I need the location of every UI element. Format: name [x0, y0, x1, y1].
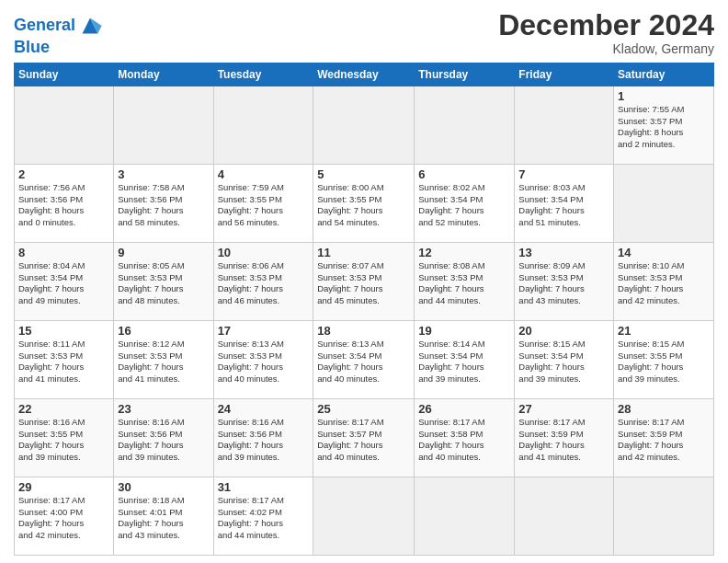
day-number: 16	[118, 324, 209, 338]
table-row: 27Sunrise: 8:17 AM Sunset: 3:59 PM Dayli…	[515, 398, 614, 477]
day-info: Sunrise: 8:17 AM Sunset: 3:59 PM Dayligh…	[518, 417, 609, 464]
table-row: 19Sunrise: 8:14 AM Sunset: 3:54 PM Dayli…	[415, 320, 515, 398]
table-row: 10Sunrise: 8:06 AM Sunset: 3:53 PM Dayli…	[213, 242, 313, 320]
day-info: Sunrise: 7:58 AM Sunset: 3:56 PM Dayligh…	[118, 182, 209, 229]
day-number: 14	[618, 246, 710, 259]
day-info: Sunrise: 8:08 AM Sunset: 3:53 PM Dayligh…	[418, 260, 510, 307]
week-row-5: 29Sunrise: 8:17 AM Sunset: 4:00 PM Dayli…	[15, 477, 714, 555]
day-info: Sunrise: 8:11 AM Sunset: 3:53 PM Dayligh…	[18, 339, 109, 385]
table-row: 24Sunrise: 8:16 AM Sunset: 3:56 PM Dayli…	[213, 398, 313, 477]
day-info: Sunrise: 8:16 AM Sunset: 3:55 PM Dayligh…	[18, 417, 109, 464]
day-info: Sunrise: 8:14 AM Sunset: 3:54 PM Dayligh…	[418, 339, 510, 385]
day-number: 26	[418, 402, 510, 416]
header-saturday: Saturday	[614, 63, 714, 86]
table-row	[515, 86, 614, 164]
table-row: 23Sunrise: 8:16 AM Sunset: 3:56 PM Dayli…	[114, 398, 213, 477]
table-row: 29Sunrise: 8:17 AM Sunset: 4:00 PM Dayli…	[15, 477, 114, 555]
day-number: 24	[218, 402, 310, 416]
day-number: 28	[618, 402, 710, 416]
day-number: 18	[317, 324, 410, 338]
week-row-1: 2Sunrise: 7:56 AM Sunset: 3:56 PM Daylig…	[15, 164, 714, 242]
month-title: December 2024	[498, 9, 714, 41]
day-info: Sunrise: 8:04 AM Sunset: 3:54 PM Dayligh…	[18, 260, 109, 307]
day-info: Sunrise: 8:18 AM Sunset: 4:01 PM Dayligh…	[118, 495, 209, 542]
day-info: Sunrise: 8:17 AM Sunset: 3:57 PM Dayligh…	[317, 417, 410, 464]
table-row: 1Sunrise: 7:55 AM Sunset: 3:57 PM Daylig…	[614, 86, 714, 164]
day-info: Sunrise: 8:15 AM Sunset: 3:54 PM Dayligh…	[518, 339, 609, 385]
day-info: Sunrise: 7:55 AM Sunset: 3:57 PM Dayligh…	[618, 104, 710, 151]
table-row	[15, 86, 114, 164]
table-row	[313, 477, 415, 555]
table-row: 30Sunrise: 8:18 AM Sunset: 4:01 PM Dayli…	[114, 477, 213, 555]
day-info: Sunrise: 8:06 AM Sunset: 3:53 PM Dayligh…	[218, 260, 310, 307]
title-area: December 2024 Kladow, Germany	[498, 9, 714, 56]
header-row: General Blue December 2024 Kladow, Germa…	[14, 9, 714, 57]
table-row: 16Sunrise: 8:12 AM Sunset: 3:53 PM Dayli…	[114, 320, 213, 398]
day-number: 31	[218, 480, 310, 494]
day-number: 22	[18, 402, 109, 416]
table-row: 22Sunrise: 8:16 AM Sunset: 3:55 PM Dayli…	[15, 398, 114, 477]
day-number: 2	[18, 167, 109, 181]
day-info: Sunrise: 7:59 AM Sunset: 3:55 PM Dayligh…	[218, 182, 310, 229]
day-info: Sunrise: 8:10 AM Sunset: 3:53 PM Dayligh…	[618, 260, 710, 307]
day-number: 9	[118, 246, 209, 259]
table-row: 4Sunrise: 7:59 AM Sunset: 3:55 PM Daylig…	[213, 164, 313, 242]
day-number: 30	[118, 480, 209, 494]
subtitle: Kladow, Germany	[498, 41, 714, 56]
table-row: 26Sunrise: 8:17 AM Sunset: 3:58 PM Dayli…	[415, 398, 515, 477]
day-info: Sunrise: 8:16 AM Sunset: 3:56 PM Dayligh…	[118, 417, 209, 464]
day-info: Sunrise: 8:09 AM Sunset: 3:53 PM Dayligh…	[518, 260, 609, 307]
day-number: 20	[518, 324, 609, 338]
week-row-2: 8Sunrise: 8:04 AM Sunset: 3:54 PM Daylig…	[15, 242, 714, 320]
day-number: 10	[218, 246, 310, 259]
day-info: Sunrise: 8:17 AM Sunset: 3:58 PM Dayligh…	[418, 417, 510, 464]
table-row: 12Sunrise: 8:08 AM Sunset: 3:53 PM Dayli…	[415, 242, 515, 320]
table-row: 7Sunrise: 8:03 AM Sunset: 3:54 PM Daylig…	[515, 164, 614, 242]
table-row	[614, 164, 714, 242]
day-number: 23	[118, 402, 209, 416]
table-row: 20Sunrise: 8:15 AM Sunset: 3:54 PM Dayli…	[515, 320, 614, 398]
table-row: 6Sunrise: 8:02 AM Sunset: 3:54 PM Daylig…	[415, 164, 515, 242]
day-number: 4	[218, 167, 310, 181]
day-info: Sunrise: 8:17 AM Sunset: 4:00 PM Dayligh…	[18, 495, 109, 542]
header-row-days: Sunday Monday Tuesday Wednesday Thursday…	[15, 63, 714, 86]
table-row	[213, 86, 313, 164]
table-row: 31Sunrise: 8:17 AM Sunset: 4:02 PM Dayli…	[213, 477, 313, 555]
day-number: 12	[418, 246, 510, 259]
table-row: 25Sunrise: 8:17 AM Sunset: 3:57 PM Dayli…	[313, 398, 415, 477]
table-row	[415, 477, 515, 555]
day-number: 19	[418, 324, 510, 338]
header-thursday: Thursday	[415, 63, 515, 86]
table-row: 14Sunrise: 8:10 AM Sunset: 3:53 PM Dayli…	[614, 242, 714, 320]
day-number: 21	[618, 324, 710, 338]
day-info: Sunrise: 8:13 AM Sunset: 3:54 PM Dayligh…	[317, 339, 410, 385]
logo-text: General	[14, 17, 75, 35]
page-container: General Blue December 2024 Kladow, Germa…	[0, 0, 728, 563]
day-number: 5	[317, 167, 410, 181]
header-monday: Monday	[114, 63, 213, 86]
table-row: 18Sunrise: 8:13 AM Sunset: 3:54 PM Dayli…	[313, 320, 415, 398]
table-row: 5Sunrise: 8:00 AM Sunset: 3:55 PM Daylig…	[313, 164, 415, 242]
day-info: Sunrise: 7:56 AM Sunset: 3:56 PM Dayligh…	[18, 182, 109, 229]
day-info: Sunrise: 8:13 AM Sunset: 3:53 PM Dayligh…	[218, 339, 310, 385]
table-row	[614, 477, 714, 555]
day-info: Sunrise: 8:16 AM Sunset: 3:56 PM Dayligh…	[218, 417, 310, 464]
day-number: 11	[317, 246, 410, 259]
day-number: 25	[317, 402, 410, 416]
table-row	[114, 86, 213, 164]
header-sunday: Sunday	[15, 63, 114, 86]
table-row	[313, 86, 415, 164]
day-info: Sunrise: 8:07 AM Sunset: 3:53 PM Dayligh…	[317, 260, 410, 307]
header-tuesday: Tuesday	[213, 63, 313, 86]
table-row: 15Sunrise: 8:11 AM Sunset: 3:53 PM Dayli…	[15, 320, 114, 398]
table-row: 21Sunrise: 8:15 AM Sunset: 3:55 PM Dayli…	[614, 320, 714, 398]
week-row-0: 1Sunrise: 7:55 AM Sunset: 3:57 PM Daylig…	[15, 86, 714, 164]
day-number: 1	[618, 89, 710, 103]
week-row-3: 15Sunrise: 8:11 AM Sunset: 3:53 PM Dayli…	[15, 320, 714, 398]
table-row: 11Sunrise: 8:07 AM Sunset: 3:53 PM Dayli…	[313, 242, 415, 320]
day-info: Sunrise: 8:05 AM Sunset: 3:53 PM Dayligh…	[118, 260, 209, 307]
table-row: 17Sunrise: 8:13 AM Sunset: 3:53 PM Dayli…	[213, 320, 313, 398]
day-info: Sunrise: 8:15 AM Sunset: 3:55 PM Dayligh…	[618, 339, 710, 385]
logo-blue-text: Blue	[14, 39, 103, 57]
table-row: 8Sunrise: 8:04 AM Sunset: 3:54 PM Daylig…	[15, 242, 114, 320]
